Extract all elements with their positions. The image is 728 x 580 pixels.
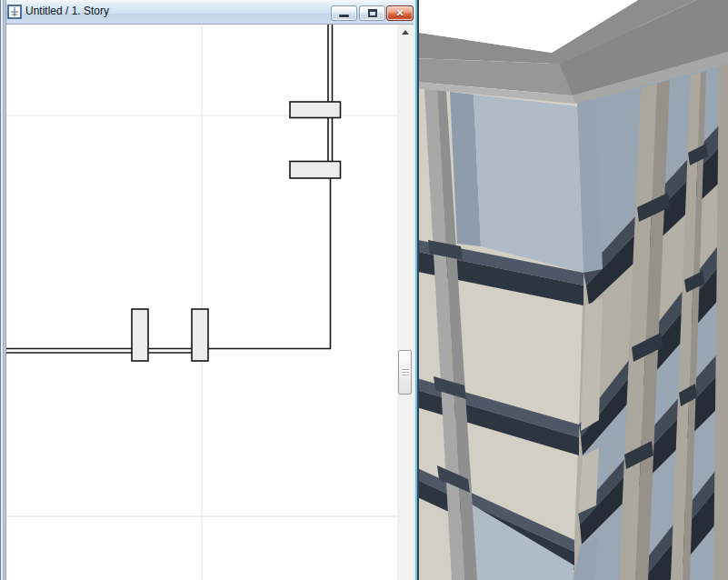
vertical-scrollbar[interactable] — [397, 25, 414, 580]
window-title: Untitled / 1. Story — [25, 0, 109, 23]
scrollbar-grip-icon — [402, 369, 409, 376]
maximize-icon — [368, 9, 377, 17]
scrollbar-thumb[interactable] — [398, 350, 412, 395]
column-element[interactable] — [290, 162, 341, 179]
minimize-button[interactable] — [331, 5, 357, 21]
column-element[interactable] — [192, 309, 208, 361]
scroll-up-button[interactable] — [397, 25, 414, 40]
close-button[interactable]: ✕ — [386, 5, 414, 21]
column-element[interactable] — [132, 309, 148, 361]
arrow-up-icon — [402, 30, 409, 35]
close-icon: ✕ — [387, 6, 413, 20]
floor-plan-document-icon — [7, 5, 22, 19]
screen: Untitled / 1. Story ✕ — [0, 0, 728, 580]
plan-canvas-area — [6, 25, 414, 580]
window-border-left — [0, 0, 6, 580]
floor-plan-window: Untitled / 1. Story ✕ — [0, 0, 419, 580]
glass-left-light — [474, 95, 583, 273]
column-element[interactable] — [290, 102, 341, 118]
maximize-button[interactable] — [359, 5, 385, 21]
3d-view[interactable] — [414, 0, 728, 580]
title-bar[interactable]: Untitled / 1. Story ✕ — [1, 0, 417, 25]
plan-drawing[interactable] — [6, 25, 397, 580]
window-border-right[interactable] — [414, 0, 419, 580]
minimize-icon — [339, 15, 349, 17]
